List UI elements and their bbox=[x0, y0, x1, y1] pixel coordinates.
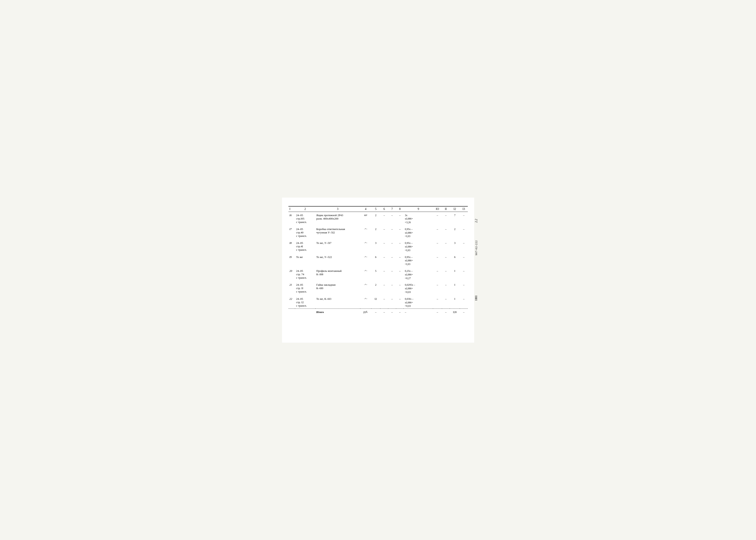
row-19-col4: –ⁿ– bbox=[360, 253, 371, 267]
total-row: Итого руб. – – – – – – – I28 – bbox=[288, 309, 468, 315]
row-21-col13: – bbox=[460, 281, 468, 294]
side-label-22: 2.2 bbox=[474, 219, 478, 223]
row-19-col9: 0,95х – хI,086= =I,03 bbox=[404, 253, 433, 267]
total-col12: I28 bbox=[450, 309, 460, 315]
row-20-col4: –ⁿ– bbox=[360, 267, 371, 281]
row-16-col9: 3х хI,086= =3,26 bbox=[404, 212, 433, 225]
row-21-col4: –ⁿ– bbox=[360, 281, 371, 294]
row-20-col11: – bbox=[442, 267, 450, 281]
row-18-col13: – bbox=[460, 239, 468, 253]
row-21-col9: 0,0295х – хI,086= =0,03 bbox=[404, 281, 433, 294]
row-19-col2: То же bbox=[295, 253, 315, 267]
header-col-4: 4 bbox=[360, 206, 371, 212]
row-22-col7: – bbox=[388, 295, 396, 309]
row-17-col5: 2 bbox=[371, 225, 380, 239]
row-19-id: I9 bbox=[288, 253, 295, 267]
header-col-3: 3 bbox=[315, 206, 360, 212]
row-22-col5: I2 bbox=[371, 295, 380, 309]
row-17-col6: – bbox=[380, 225, 388, 239]
row-16-col13: – bbox=[460, 212, 468, 225]
main-table: I 2 3 4 5 6 7 8 9 IO II I2 I3 bbox=[288, 206, 468, 315]
row-22-col3: То же, К–6I3 bbox=[315, 295, 360, 309]
header-col-8: 8 bbox=[396, 206, 404, 212]
row-16-col6: – bbox=[380, 212, 388, 225]
row-20-col7: – bbox=[388, 267, 396, 281]
row-16-col7: – bbox=[388, 212, 396, 225]
row-17-col12: 2 bbox=[450, 225, 460, 239]
row-22-col4: –ⁿ– bbox=[360, 295, 371, 309]
row-21-col8: – bbox=[396, 281, 404, 294]
row-18-col5: 3 bbox=[371, 239, 380, 253]
row-20-col9: 0,25х – хI,086= =0,27 bbox=[404, 267, 433, 281]
row-17-col8: – bbox=[396, 225, 404, 239]
row-19-col13: – bbox=[460, 253, 468, 267]
row-16-col10: – bbox=[433, 212, 442, 225]
row-21-col5: 2 bbox=[371, 281, 380, 294]
row-20-col2: 24–05 стр. 74 с трансп. bbox=[295, 267, 315, 281]
total-col13: – bbox=[460, 309, 468, 315]
row-17-id: I7 bbox=[288, 225, 295, 239]
row-22-col9: 0,03Iх – хI,086= =0,03 bbox=[404, 295, 433, 309]
row-20-col8: – bbox=[396, 267, 404, 281]
total-col4: руб. bbox=[360, 309, 371, 315]
total-col5: – bbox=[371, 309, 380, 315]
row-19-col8: – bbox=[396, 253, 404, 267]
row-16-col12: 7 bbox=[450, 212, 460, 225]
row-17-col4: –ⁿ– bbox=[360, 225, 371, 239]
row-17-col13: – bbox=[460, 225, 468, 239]
row-20-col13: – bbox=[460, 267, 468, 281]
row-17-col10: – bbox=[433, 225, 442, 239]
table-row: 22 24–05 стр. I2 с трансп. То же, К–6I3 … bbox=[288, 295, 468, 309]
side-label-code: 907-02-222 bbox=[474, 240, 478, 255]
total-col10: – bbox=[433, 309, 442, 315]
row-19-col5: 6 bbox=[371, 253, 380, 267]
row-16-col8: – bbox=[396, 212, 404, 225]
row-17-col11: – bbox=[442, 225, 450, 239]
row-18-col8: – bbox=[396, 239, 404, 253]
row-22-col8: – bbox=[396, 295, 404, 309]
row-22-col13: – bbox=[460, 295, 468, 309]
header-col-2: 2 bbox=[295, 206, 315, 212]
row-22-col6: – bbox=[380, 295, 388, 309]
header-col-12: I2 bbox=[450, 206, 460, 212]
row-18-col6: – bbox=[380, 239, 388, 253]
row-19-col7: – bbox=[388, 253, 396, 267]
total-empty-1 bbox=[288, 309, 295, 315]
header-col-6: 6 bbox=[380, 206, 388, 212]
row-20-col6: – bbox=[380, 267, 388, 281]
row-21-col6: – bbox=[380, 281, 388, 294]
row-20-col12: I bbox=[450, 267, 460, 281]
row-20-col3: Профиль монтажный К–I08 bbox=[315, 267, 360, 281]
row-22-col11: – bbox=[442, 295, 450, 309]
header-col-13: I3 bbox=[460, 206, 468, 212]
row-17-col9: 0,95х – хI,086= =I,03 bbox=[404, 225, 433, 239]
row-19-col10: – bbox=[433, 253, 442, 267]
header-col-5: 5 bbox=[371, 206, 380, 212]
row-18-col11: – bbox=[442, 239, 450, 253]
table-row: I9 То же То же, У–522 –ⁿ– 6 – – – 0,95х … bbox=[288, 253, 468, 267]
row-18-col7: – bbox=[388, 239, 396, 253]
row-17-col7: – bbox=[388, 225, 396, 239]
table-row: I6 24–05 стр.I05 с трансп. Ящик протяжно… bbox=[288, 212, 468, 225]
row-20-id: 20 bbox=[288, 267, 295, 281]
total-col7: – bbox=[388, 309, 396, 315]
row-16-col11: – bbox=[442, 212, 450, 225]
row-16-col5: 2 bbox=[371, 212, 380, 225]
side-label-bottom: l 8 l bbox=[474, 296, 478, 300]
row-21-col3: Гайка закладная К–6I0 bbox=[315, 281, 360, 294]
table-wrapper: 2.2 907-02-222 l 8 l I 2 3 4 5 6 7 8 9 I… bbox=[288, 206, 468, 315]
row-16-col3: Ящик протяжной 2Р43 разм. 400х400х200 bbox=[315, 212, 360, 225]
header-col-1: I bbox=[288, 206, 295, 212]
header-col-10: IO bbox=[433, 206, 442, 212]
row-18-col3: То же, У–5I7 bbox=[315, 239, 360, 253]
row-16-id: I6 bbox=[288, 212, 295, 225]
row-17-col2: 24–05 стр.40 с трансп. bbox=[295, 225, 315, 239]
table-row: I8 24–05 стр.4I с трансп. То же, У–5I7 –… bbox=[288, 239, 468, 253]
row-21-col12: I bbox=[450, 281, 460, 294]
header-col-7: 7 bbox=[388, 206, 396, 212]
row-21-col7: – bbox=[388, 281, 396, 294]
row-18-col10: – bbox=[433, 239, 442, 253]
row-19-col11: – bbox=[442, 253, 450, 267]
row-18-col9: 0,95х – хI,086= =I,03 bbox=[404, 239, 433, 253]
row-19-col6: – bbox=[380, 253, 388, 267]
